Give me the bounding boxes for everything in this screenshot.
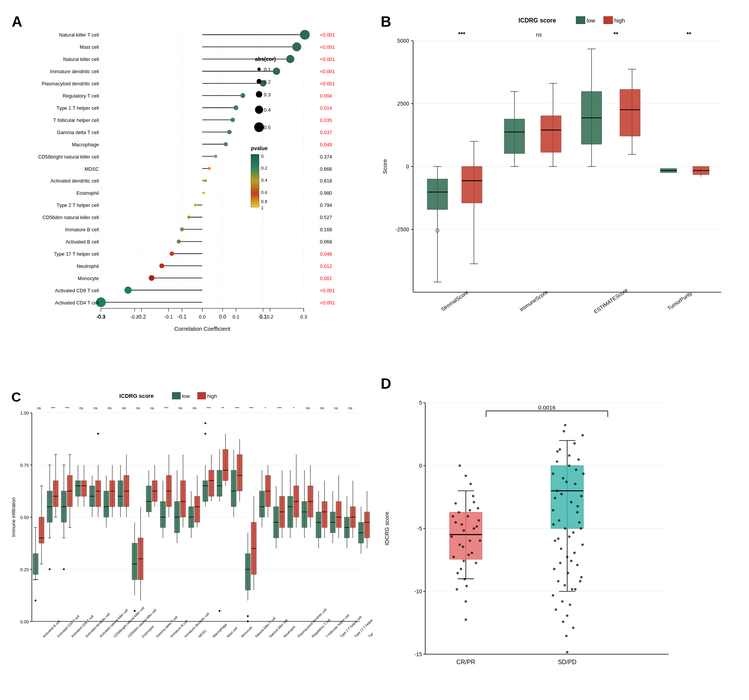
- t2h-low: [358, 507, 364, 554]
- svg-text:<0.001: <0.001: [320, 56, 335, 62]
- dot-5: [241, 93, 245, 98]
- svg-point-499: [572, 532, 574, 534]
- svg-text:Type 1 T helper cell: Type 1 T helper cell: [57, 105, 99, 111]
- svg-text:0.3: 0.3: [300, 314, 307, 320]
- svg-text:0: 0: [406, 163, 409, 170]
- svg-point-475: [475, 525, 478, 528]
- svg-text:Natural killer cell: Natural killer cell: [63, 56, 99, 62]
- dot-7: [231, 118, 235, 122]
- svg-text:0.014: 0.014: [320, 105, 332, 111]
- svg-point-536: [565, 481, 567, 483]
- svg-point-535: [552, 523, 554, 525]
- svg-rect-338: [209, 470, 214, 496]
- svg-rect-305: [146, 486, 151, 512]
- svg-text:0.2: 0.2: [264, 79, 271, 85]
- dot-0: [300, 30, 310, 40]
- imd-high: [180, 455, 186, 528]
- nk-high: [265, 465, 271, 517]
- svg-text:Regulatory T cell: Regulatory T cell: [63, 93, 99, 99]
- gdt-high: [152, 465, 157, 506]
- svg-point-514: [556, 460, 558, 463]
- svg-rect-234: [33, 554, 38, 575]
- svg-text:***: ***: [458, 31, 465, 38]
- svg-text:ns: ns: [306, 406, 310, 410]
- svg-point-466: [475, 562, 477, 564]
- svg-point-449: [467, 515, 469, 517]
- svg-rect-333: [203, 481, 208, 502]
- svg-point-465: [462, 529, 465, 532]
- svg-text:0.00: 0.00: [20, 619, 29, 624]
- acd4-low: [47, 465, 53, 570]
- svg-text:Natural killer T cell: Natural killer T cell: [59, 32, 99, 38]
- mono-high: [237, 439, 242, 501]
- svg-text:pvalue: pvalue: [251, 145, 268, 151]
- svg-rect-286: [110, 481, 115, 507]
- svg-text:ESTIMATEScore: ESTIMATEScore: [592, 287, 629, 315]
- svg-text:ICDRG score: ICDRG score: [119, 393, 154, 399]
- svg-point-509: [552, 473, 554, 475]
- t1h-low: [330, 491, 335, 543]
- svg-text:-0.1: -0.1: [164, 314, 173, 320]
- svg-text:***: ***: [207, 406, 211, 410]
- svg-point-280: [97, 433, 99, 435]
- svg-rect-158: [504, 119, 524, 153]
- svg-text:0.4: 0.4: [264, 107, 271, 113]
- svg-point-108: [255, 106, 263, 114]
- svg-text:Macrophage: Macrophage: [212, 623, 228, 639]
- svg-rect-271: [81, 481, 87, 497]
- svg-text:0.1: 0.1: [264, 67, 271, 72]
- svg-text:-15: -15: [414, 651, 422, 657]
- svg-point-456: [470, 552, 473, 554]
- svg-point-505: [573, 442, 575, 445]
- svg-text:<0.001: <0.001: [320, 69, 335, 74]
- svg-text:Activated natural killer cell: Activated natural killer cell: [99, 609, 129, 639]
- neu-high: [279, 470, 285, 538]
- svg-point-538: [560, 493, 562, 495]
- dot-18: [170, 251, 174, 256]
- dot-8: [227, 130, 232, 135]
- svg-text:CD56dim natural killer cell: CD56dim natural killer cell: [127, 608, 157, 638]
- svg-point-512: [571, 588, 573, 591]
- svg-point-495: [576, 511, 578, 513]
- svg-text:Plasmacytoid dendritic cell: Plasmacytoid dendritic cell: [42, 81, 99, 86]
- svg-rect-113: [251, 154, 259, 207]
- tfh-low: [316, 491, 321, 548]
- eos-low: [132, 522, 137, 612]
- svg-text:ICDRG score: ICDRG score: [518, 17, 556, 24]
- svg-text:ns: ns: [348, 406, 352, 410]
- svg-text:-2500: -2500: [395, 226, 409, 232]
- sdpd-box: [551, 424, 584, 654]
- svg-point-472: [462, 546, 464, 548]
- svg-point-516: [561, 600, 563, 602]
- svg-text:Gamma delta T cell: Gamma delta T cell: [57, 130, 99, 135]
- svg-point-524: [552, 594, 554, 596]
- svg-text:0.2: 0.2: [261, 165, 267, 170]
- svg-text:0.048: 0.048: [320, 251, 332, 257]
- svg-point-520: [566, 615, 568, 617]
- dot-11: [208, 167, 210, 170]
- svg-point-487: [562, 477, 564, 479]
- svg-text:StromalScore: StromalScore: [439, 289, 469, 312]
- acd8-high: [67, 455, 72, 528]
- svg-rect-353: [237, 455, 242, 491]
- svg-point-452: [468, 540, 471, 542]
- svg-text:Type 17 T helper cell: Type 17 T helper cell: [54, 251, 99, 257]
- svg-point-542: [566, 651, 568, 653]
- svg-point-521: [565, 635, 567, 637]
- svg-rect-174: [620, 90, 640, 136]
- svg-text:***: ***: [65, 406, 70, 410]
- svg-rect-186: [172, 392, 180, 399]
- svg-text:Neutrophil: Neutrophil: [282, 625, 296, 638]
- panel-b-label: B: [380, 13, 391, 30]
- cd56b-high: [110, 465, 115, 517]
- svg-text:0.049: 0.049: [320, 142, 332, 147]
- svg-text:-5: -5: [417, 525, 422, 532]
- svg-rect-146: [427, 179, 447, 210]
- svg-text:0.980: 0.980: [320, 190, 332, 196]
- svg-text:CR/PR: CR/PR: [456, 659, 475, 666]
- svg-text:0.50: 0.50: [20, 515, 29, 520]
- svg-rect-342: [217, 470, 222, 496]
- t2h-high: [364, 491, 370, 548]
- svg-point-533: [568, 535, 570, 538]
- svg-point-474: [457, 511, 460, 513]
